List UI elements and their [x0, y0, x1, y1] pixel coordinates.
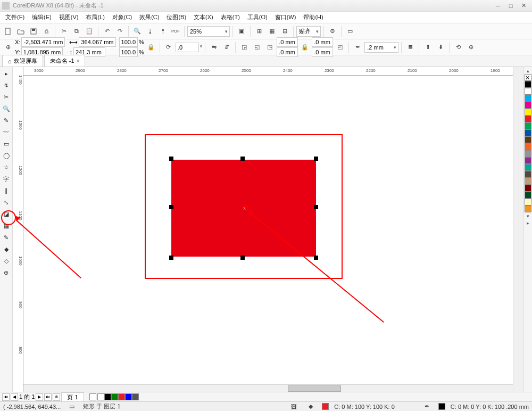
fill-swatch[interactable] [322, 403, 329, 410]
palette-swatch[interactable] [525, 206, 531, 212]
doc-palette-swatch[interactable] [118, 393, 125, 400]
vertical-ruler[interactable]: 14001300120011001000900800 [13, 67, 23, 392]
palette-flyout-icon[interactable]: ▸ [525, 219, 531, 226]
menu-视图[interactable]: 视图(V) [56, 12, 82, 22]
mirror-v-icon[interactable]: ⇵ [221, 42, 232, 53]
tab-close-icon[interactable]: × [77, 58, 80, 64]
palette-down-icon[interactable]: ▾ [525, 212, 531, 219]
selection-handle[interactable] [169, 205, 173, 209]
selection-handle[interactable] [314, 256, 318, 260]
doc-palette-swatch[interactable] [125, 393, 132, 400]
corner2-icon[interactable]: ◱ [251, 42, 263, 53]
corner-radius-3[interactable]: .0 mm [312, 37, 333, 47]
menu-表格[interactable]: 表格(T) [218, 12, 243, 22]
minimize-button[interactable]: ─ [492, 1, 504, 11]
palette-swatch[interactable] [525, 109, 531, 116]
tool-parallel[interactable]: ∥ [1, 185, 12, 196]
corner1-icon[interactable]: ◲ [238, 42, 250, 53]
palette-swatch[interactable] [525, 150, 531, 157]
snap-combo[interactable]: 贴齐 [296, 26, 321, 37]
fullscreen-icon[interactable]: ▣ [236, 26, 247, 37]
docker-strip[interactable] [513, 67, 523, 392]
import-icon[interactable]: ⭳ [144, 26, 156, 37]
palette-swatch[interactable] [525, 199, 531, 206]
paste-icon[interactable]: 📋 [84, 26, 95, 37]
selection-handle[interactable] [169, 256, 173, 260]
close-button[interactable]: ✕ [517, 1, 530, 11]
maximize-button[interactable]: □ [504, 1, 517, 11]
corner-radius-2[interactable]: .0 mm [277, 47, 298, 57]
palette-swatch[interactable] [525, 157, 531, 164]
first-page-button[interactable]: ⏮ [2, 393, 10, 401]
scale-y-field[interactable]: 100.0 [119, 47, 138, 57]
horizontal-ruler[interactable]: 毫米 3000290028002700260025002400230022002… [23, 67, 532, 76]
tool-artistic[interactable]: 〰 [1, 127, 12, 137]
doc-tab-1[interactable]: 未命名 -1× [44, 55, 86, 67]
palette-swatch[interactable] [525, 129, 531, 136]
options-icon[interactable]: ⚙ [327, 26, 338, 37]
prev-page-button[interactable]: ◀ [11, 393, 18, 401]
palette-swatch[interactable] [525, 88, 531, 95]
palette-swatch[interactable] [525, 136, 531, 143]
x-field[interactable]: -2,503.471 mm [21, 37, 65, 47]
menu-对象[interactable]: 对象(C) [109, 12, 135, 22]
tool-crop[interactable]: ✂ [1, 92, 12, 102]
palette-swatch[interactable] [525, 116, 531, 122]
copy-icon[interactable]: ⧉ [71, 26, 82, 37]
selection-handle[interactable] [314, 205, 318, 209]
doc-palette-none[interactable] [89, 393, 96, 400]
no-color-swatch[interactable]: ✕ [525, 74, 531, 81]
tool-pick[interactable]: ▸ [1, 68, 12, 79]
corner3-icon[interactable]: ◳ [264, 42, 276, 53]
last-page-button[interactable]: ⏭ [44, 393, 52, 401]
page-tab[interactable]: 页 1 [61, 392, 84, 402]
pdf-icon[interactable]: PDF [170, 26, 181, 37]
palette-swatch[interactable] [525, 81, 531, 88]
palette-swatch[interactable] [525, 171, 531, 178]
menu-帮助[interactable]: 帮助(H) [300, 12, 326, 22]
outline-width-combo[interactable]: .2 mm [364, 42, 398, 53]
relative-corner-icon[interactable]: ◰ [334, 42, 346, 53]
corner-radius-1[interactable]: .0 mm [277, 37, 298, 47]
menu-位图[interactable]: 位图(B) [163, 12, 189, 22]
selection-handle[interactable] [240, 256, 245, 260]
to-front-icon[interactable]: ⬆ [422, 42, 434, 53]
print-icon[interactable]: ⎙ [40, 26, 52, 37]
menu-编辑[interactable]: 编辑(E) [29, 12, 55, 22]
tool-text[interactable]: 字 [1, 174, 12, 184]
menu-工具[interactable]: 工具(O) [244, 12, 271, 22]
grid-icon[interactable]: ▦ [266, 26, 278, 37]
redo-icon[interactable]: ↷ [114, 26, 126, 37]
cut-icon[interactable]: ✂ [58, 26, 70, 37]
undo-icon[interactable]: ↶ [101, 26, 113, 37]
tool-shape[interactable]: ↯ [1, 80, 12, 91]
mirror-h-icon[interactable]: ⇋ [208, 42, 220, 53]
export-icon[interactable]: ⭱ [157, 26, 169, 37]
angle-field[interactable]: .0 [176, 43, 199, 52]
outline-swatch[interactable] [438, 403, 445, 410]
menu-文件[interactable]: 文件(F) [2, 12, 28, 22]
tool-smartfill[interactable]: ◇ [1, 256, 12, 266]
palette-swatch[interactable] [525, 164, 531, 171]
menu-布局[interactable]: 布局(L) [82, 12, 107, 22]
launch-icon[interactable]: ▭ [344, 26, 356, 37]
menu-文本[interactable]: 文本(X) [190, 12, 217, 22]
next-page-button[interactable]: ▶ [36, 393, 43, 401]
selection-handle[interactable] [169, 157, 173, 161]
scrollbar-thumb[interactable] [288, 385, 341, 392]
ruler-icon[interactable]: ⊞ [253, 26, 265, 37]
lock-ratio-icon[interactable]: 🔒 [145, 42, 157, 53]
tool-fill[interactable]: ◆ [1, 244, 12, 254]
save-icon[interactable] [28, 26, 39, 37]
selection-handle[interactable] [314, 157, 318, 161]
doc-palette-swatch[interactable] [97, 393, 104, 400]
add-page-button[interactable]: ⊕ [53, 393, 60, 401]
tool-ellipse[interactable]: ◯ [1, 150, 12, 161]
doc-tab-0[interactable]: ⌂欢迎屏幕 [2, 55, 43, 67]
palette-swatch[interactable] [525, 178, 531, 185]
palette-swatch[interactable] [525, 122, 531, 129]
quick-customize-icon[interactable]: ⊕ [465, 42, 477, 53]
scale-x-field[interactable]: 100.0 [119, 37, 138, 47]
to-back-icon[interactable]: ⬇ [435, 42, 446, 53]
menu-效果[interactable]: 效果(C) [136, 12, 162, 22]
